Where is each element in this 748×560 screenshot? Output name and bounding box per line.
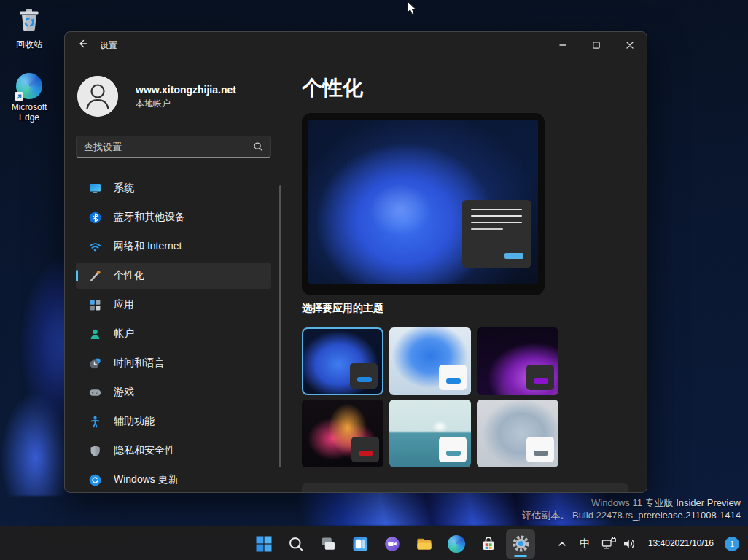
shortcut-arrow-icon [15,92,23,101]
theme-preview-card [462,200,531,268]
desktop-icon-recycle-bin[interactable]: 回收站 [9,6,50,50]
sidebar-item-gaming[interactable]: 游戏 [76,379,271,405]
sidebar-item-personalization[interactable]: 个性化 [76,262,271,289]
wifi-icon [89,241,101,253]
settings-window: 设置 www.xitongzhijia.net 本地帐户 [64,31,647,493]
hidden-icons-button[interactable] [553,530,572,558]
activation-notice-banner[interactable]: 你需要先激活 Windows，然后才能对电脑进行个性化设置 [302,483,628,493]
back-button[interactable] [71,36,94,55]
sidebar-item-system[interactable]: 系统 [76,175,271,201]
settings-search [76,136,271,158]
taskbar-search-button[interactable] [281,529,311,559]
search-icon [253,141,263,152]
sidebar-item-windows-update[interactable]: Windows 更新 [76,467,271,493]
store-button[interactable] [474,529,503,559]
store-icon [480,535,497,553]
theme-thumbnail-lake-landscape[interactable] [389,400,471,467]
sidebar-item-network-internet[interactable]: 网络和 Internet [76,233,271,260]
theme-preview-monitor [302,113,545,295]
sidebar-scrollbar[interactable] [279,185,281,467]
sidebar-item-apps[interactable]: 应用 [76,292,271,318]
notification-badge[interactable]: 1 [725,537,739,551]
edge-icon [448,535,465,553]
notice-text: 你需要先激活 Windows，然后才能对电脑进行个性化设置 [333,492,592,493]
theme-section-label: 选择要应用的主题 [302,302,383,315]
search-icon [287,535,305,553]
system-icon [89,182,101,195]
settings-button[interactable] [506,529,535,559]
sidebar-item-accessibility[interactable]: 辅助功能 [76,408,271,435]
widgets-icon [351,535,369,553]
window-title: 设置 [100,39,117,52]
taskbar: 中 13:40 2021/10/16 1 [0,526,748,560]
volume-icon [622,537,636,551]
task-view-icon [319,535,337,553]
wallpaper-bloom [0,182,66,496]
sidebar-nav: 系统 蓝牙和其他设备 网络和 Internet 个性化 [76,175,271,493]
watermark-line2: 评估副本。 Build 22478.rs_prerelease.211008-1… [522,509,741,521]
desktop-icon-label: Microsoft Edge [3,102,55,122]
apps-icon [89,299,101,311]
chat-icon [383,535,401,553]
back-arrow-icon [77,38,88,52]
start-button[interactable] [249,529,278,559]
theme-thumbnail-purple-glow[interactable] [477,327,558,395]
network-icon [601,537,618,551]
theme-grid [302,327,558,467]
file-explorer-icon [416,535,433,553]
personalization-page: 个性化 选择要应用的主题 [302,32,637,493]
activation-watermark: Windows 11 专业版 Insider Preview 评估副本。 Bui… [522,497,741,521]
file-explorer-button[interactable] [410,529,439,559]
accent-pill [504,253,523,259]
tray-time: 13:40 [648,538,670,549]
bluetooth-icon [89,211,101,224]
theme-thumbnail-colorful-flower[interactable] [302,400,383,467]
gamepad-icon [89,386,101,399]
account-type: 本地帐户 [136,98,236,109]
desktop-icon-microsoft-edge[interactable]: Microsoft Edge [3,73,55,122]
update-refresh-icon [89,474,101,486]
clock-date-button[interactable]: 13:40 2021/10/16 [644,530,717,558]
edge-button[interactable] [442,529,471,559]
accessibility-person-icon [89,416,101,428]
start-icon [255,535,273,553]
chat-button[interactable] [378,529,407,559]
sidebar-item-accounts[interactable]: 帐户 [76,321,271,347]
search-input[interactable] [77,141,253,152]
widgets-button[interactable] [346,529,375,559]
watermark-line1: Windows 11 专业版 Insider Preview [522,497,741,509]
avatar [77,76,118,117]
sidebar-item-bluetooth-devices[interactable]: 蓝牙和其他设备 [76,204,271,230]
clock-icon [89,357,101,370]
ime-indicator[interactable]: 中 [576,530,593,558]
mouse-cursor [407,1,418,16]
accounts-person-icon [89,328,101,341]
tray-date: 2021/10/16 [670,538,714,549]
chevron-up-icon [556,538,568,550]
network-volume-button[interactable] [598,530,640,558]
task-view-button[interactable] [313,529,343,559]
settings-gear-icon [512,534,530,553]
recycle-bin-icon [15,6,43,36]
theme-thumbnail-dark-blue-bloom[interactable] [302,327,383,395]
edge-icon [16,73,42,99]
sidebar-item-privacy-security[interactable]: 隐私和安全性 [76,438,271,464]
desktop-icon-label: 回收站 [16,39,42,50]
shield-icon [89,445,101,457]
theme-thumbnail-light-gray-bloom[interactable] [477,400,558,467]
theme-thumbnail-light-blue-bloom[interactable] [389,327,471,395]
sidebar-item-time-language[interactable]: 时间和语言 [76,350,271,376]
page-title: 个性化 [302,74,363,102]
account-name: www.xitongzhijia.net [136,83,236,96]
personalization-brush-icon [89,270,101,282]
account-block[interactable]: www.xitongzhijia.net 本地帐户 [77,75,274,117]
theme-preview-wallpaper [308,120,538,284]
